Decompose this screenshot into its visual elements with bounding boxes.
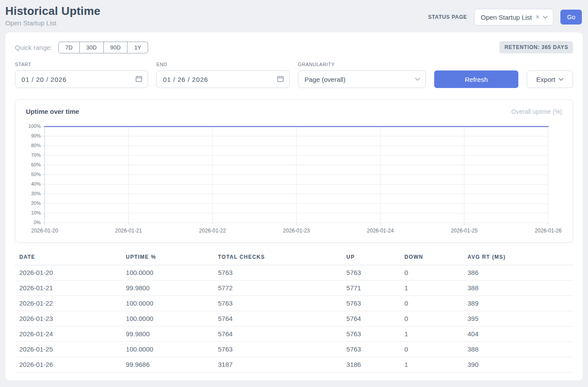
- svg-text:100%: 100%: [28, 123, 41, 129]
- table-cell: 5771: [342, 281, 400, 296]
- quick-range-row: Quick range: 7D 30D 90D 1Y RETENTION: 36…: [15, 41, 573, 53]
- table-cell: 389: [463, 296, 573, 311]
- table-row: 2026-01-23100.0000576457640395: [15, 311, 573, 327]
- svg-text:70%: 70%: [31, 152, 41, 158]
- table-row: 2026-01-2499.9800576457631404: [15, 327, 573, 342]
- granularity-label: GRANULARITY: [298, 62, 426, 67]
- table-cell: 2026-01-26: [15, 357, 121, 373]
- svg-text:2026-01-21: 2026-01-21: [115, 228, 142, 234]
- chevron-down-icon: [415, 77, 420, 81]
- uptime-line-chart: 0%10%20%30%40%50%60%70%80%90%100%2026-01…: [26, 121, 562, 236]
- status-page-selected-value: Open Startup List: [481, 14, 532, 21]
- column-header-uptime: UPTIME %: [121, 250, 213, 265]
- table-row: 2026-01-20100.0000576357630386: [15, 265, 573, 281]
- page-title: Historical Uptime: [5, 4, 100, 18]
- svg-text:60%: 60%: [31, 162, 41, 167]
- svg-text:50%: 50%: [31, 172, 41, 177]
- calendar-icon[interactable]: [277, 75, 284, 84]
- svg-text:2026-01-23: 2026-01-23: [283, 228, 310, 234]
- table-cell: 100.0000: [121, 265, 213, 281]
- table-cell: 2026-01-22: [15, 296, 121, 311]
- table-cell: 100.0000: [121, 311, 213, 327]
- calendar-icon[interactable]: [135, 75, 142, 84]
- table-cell: 3187: [214, 357, 342, 373]
- svg-text:2026-01-20: 2026-01-20: [31, 228, 58, 234]
- svg-text:10%: 10%: [31, 210, 41, 215]
- export-button[interactable]: Export: [527, 70, 573, 88]
- start-date-input[interactable]: 01 / 20 / 2026: [15, 70, 148, 88]
- table-cell: 5764: [214, 327, 342, 342]
- granularity-value: Page (overall): [305, 76, 345, 83]
- svg-text:0%: 0%: [34, 220, 41, 225]
- table-cell: 3186: [342, 357, 400, 373]
- svg-text:80%: 80%: [31, 143, 41, 148]
- table-cell: 100.0000: [121, 342, 213, 357]
- page-subtitle: Open Startup List: [5, 19, 100, 27]
- uptime-table: DATE UPTIME % TOTAL CHECKS UP DOWN AVG R…: [15, 250, 573, 373]
- table-cell: 2026-01-23: [15, 311, 121, 327]
- chevron-down-icon: [543, 16, 548, 19]
- table-cell: 0: [400, 296, 463, 311]
- retention-badge: RETENTION: 365 DAYS: [499, 41, 573, 53]
- chart-title: Uptime over time: [26, 108, 79, 115]
- end-date-value: 01 / 26 / 2026: [163, 76, 208, 83]
- table-row: 2026-01-22100.0000576357630389: [15, 296, 573, 311]
- quick-range-90d-button[interactable]: 90D: [104, 42, 128, 53]
- quick-range-7d-button[interactable]: 7D: [58, 42, 80, 53]
- quick-range-1y-button[interactable]: 1Y: [128, 42, 148, 53]
- go-button[interactable]: Go: [560, 10, 582, 25]
- status-page-select[interactable]: Open Startup List ×: [474, 9, 553, 25]
- title-block: Historical Uptime Open Startup List: [5, 4, 100, 27]
- table-cell: 5763: [342, 296, 400, 311]
- svg-text:30%: 30%: [31, 191, 41, 196]
- quick-range-30d-button[interactable]: 30D: [80, 42, 104, 53]
- refresh-button[interactable]: Refresh: [434, 70, 518, 88]
- table-cell: 5763: [342, 342, 400, 357]
- table-header-row: DATE UPTIME % TOTAL CHECKS UP DOWN AVG R…: [15, 250, 573, 265]
- table-cell: 388: [463, 281, 573, 296]
- uptime-table-body: 2026-01-20100.00005763576303862026-01-21…: [15, 265, 573, 373]
- table-cell: 386: [463, 265, 573, 281]
- table-cell: 395: [463, 311, 573, 327]
- table-cell: 100.0000: [121, 296, 213, 311]
- end-date-input[interactable]: 01 / 26 / 2026: [156, 70, 290, 88]
- table-cell: 5764: [214, 311, 342, 327]
- main-panel: Quick range: 7D 30D 90D 1Y RETENTION: 36…: [5, 32, 583, 380]
- column-header-total-checks: TOTAL CHECKS: [214, 250, 342, 265]
- svg-text:2026-01-25: 2026-01-25: [451, 228, 478, 234]
- table-cell: 5763: [342, 265, 400, 281]
- table-cell: 2026-01-25: [15, 342, 121, 357]
- table-cell: 5764: [342, 311, 400, 327]
- table-cell: 5772: [214, 281, 342, 296]
- table-cell: 2026-01-21: [15, 281, 121, 296]
- table-cell: 1: [400, 281, 463, 296]
- column-header-date: DATE: [15, 250, 121, 265]
- table-cell: 390: [463, 357, 573, 373]
- svg-text:90%: 90%: [31, 133, 41, 138]
- clear-selection-icon[interactable]: ×: [535, 14, 539, 21]
- table-cell: 2026-01-24: [15, 327, 121, 342]
- filter-form-row: START 01 / 20 / 2026 END 01 / 26 / 2026 …: [15, 62, 573, 88]
- end-date-label: END: [156, 62, 290, 67]
- granularity-select[interactable]: Page (overall): [298, 70, 426, 88]
- quick-range-label: Quick range:: [15, 44, 52, 51]
- top-header: Historical Uptime Open Startup List STAT…: [0, 0, 588, 32]
- table-cell: 1: [400, 327, 463, 342]
- svg-text:40%: 40%: [31, 181, 41, 186]
- table-row: 2026-01-25100.0000576357630388: [15, 342, 573, 357]
- table-row: 2026-01-2199.9800577257711388: [15, 281, 573, 296]
- status-page-label: STATUS PAGE: [428, 14, 467, 20]
- uptime-chart-card: Uptime over time Overall uptime (%) 0%10…: [15, 99, 573, 243]
- chevron-down-icon: [559, 78, 563, 81]
- export-button-label: Export: [536, 76, 555, 83]
- column-header-down: DOWN: [400, 250, 463, 265]
- start-date-label: START: [15, 62, 148, 67]
- quick-range-group: 7D 30D 90D 1Y: [58, 42, 148, 53]
- table-cell: 5763: [214, 342, 342, 357]
- table-cell: 388: [463, 342, 573, 357]
- table-cell: 1: [400, 357, 463, 373]
- uptime-table-section: DATE UPTIME % TOTAL CHECKS UP DOWN AVG R…: [15, 250, 573, 374]
- svg-text:2026-01-22: 2026-01-22: [199, 228, 226, 234]
- table-row: 2026-01-2699.9686318731861390: [15, 357, 573, 373]
- table-cell: 99.9800: [121, 281, 213, 296]
